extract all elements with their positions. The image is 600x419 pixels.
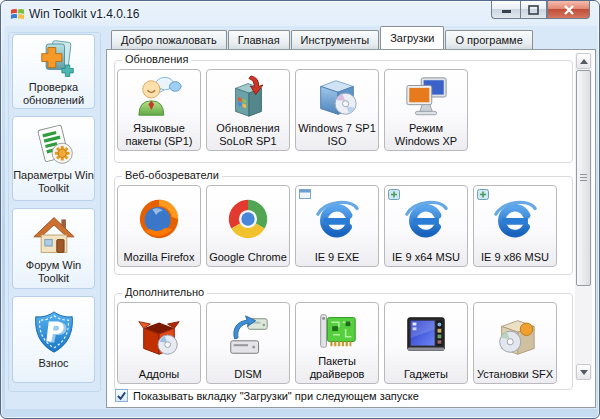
minimize-button[interactable]	[491, 1, 520, 19]
tab-about[interactable]: О программе	[445, 30, 532, 49]
language-packs-icon	[136, 70, 182, 122]
sidebar-button-donate[interactable]: Взнос	[12, 296, 95, 383]
button-win7-sp1-iso[interactable]: Windows 7 SP1 ISO	[295, 69, 379, 151]
addons-box-icon	[136, 303, 182, 368]
close-button[interactable]	[547, 1, 590, 19]
sidebar-button-forum[interactable]: Форум Win Toolkit	[12, 208, 95, 289]
tab-main[interactable]: Главная	[228, 30, 290, 49]
win-toolkit-options-icon	[32, 123, 76, 167]
chrome-icon	[225, 186, 271, 251]
internet-explorer-msu-icon	[492, 186, 538, 251]
maximize-button[interactable]	[520, 1, 547, 19]
sidebar-button-win-toolkit-options[interactable]: Параметры Win Toolkit	[12, 116, 95, 201]
sidebar-button-label: Форум Win Toolkit	[13, 259, 94, 284]
sfx-installs-icon	[492, 303, 538, 368]
internet-explorer-exe-icon	[314, 186, 360, 251]
scroll-down-button[interactable]	[576, 364, 591, 380]
sidebar: Проверка обновлений	[8, 32, 101, 392]
show-downloads-tab-checkbox[interactable]	[115, 389, 128, 402]
downloads-tab-page: Обновления	[106, 49, 596, 408]
tab-strip: Добро пожаловать Главная Инструменты Заг…	[106, 27, 533, 49]
window-controls	[491, 1, 590, 19]
arrow-up-icon	[580, 59, 588, 64]
windows-flag-icon	[10, 6, 25, 21]
group-updates: Обновления	[114, 60, 573, 163]
scrollbar-thumb[interactable]	[576, 70, 591, 286]
scrollbar-grip-icon	[580, 174, 587, 183]
sidebar-button-label: Взнос	[38, 357, 68, 370]
vertical-scrollbar[interactable]	[575, 53, 592, 380]
update-check-icon	[33, 37, 75, 79]
scroll-up-button[interactable]	[576, 53, 591, 69]
msu-update-badge-icon	[388, 189, 400, 200]
solor-updates-icon	[225, 70, 271, 122]
show-tab-checkbox-row: Показывать вкладку "Загрузки" при следую…	[115, 389, 419, 402]
form-body: Проверка обновлений	[5, 26, 597, 409]
button-google-chrome[interactable]: Google Chrome	[206, 185, 290, 267]
button-dism[interactable]: DISM	[206, 302, 290, 384]
tab-welcome[interactable]: Добро пожаловать	[111, 30, 227, 49]
button-language-packs[interactable]: Языковые пакеты (SP1)	[117, 69, 201, 151]
group-web-browsers: Веб-обозреватели Mozilla Fi	[114, 176, 573, 275]
tab-tools[interactable]: Инструменты	[291, 30, 380, 49]
group-additional: Дополнительно	[114, 293, 573, 390]
button-ie9-exe[interactable]: IE 9 EXE	[295, 185, 379, 267]
group-title: Обновления	[122, 53, 191, 65]
checkbox-label: Показывать вкладку "Загрузки" при следую…	[133, 390, 419, 402]
group-title: Дополнительно	[122, 286, 207, 298]
msu-update-badge-icon	[477, 189, 489, 200]
exe-window-badge-icon	[299, 189, 311, 199]
button-addons[interactable]: Аддоны	[117, 302, 201, 384]
arrow-down-icon	[580, 370, 588, 375]
button-gadgets[interactable]: Гаджеты	[384, 302, 468, 384]
button-mozilla-firefox[interactable]: Mozilla Firefox	[117, 185, 201, 267]
windows-xp-mode-icon	[403, 70, 449, 122]
paypal-donate-icon	[31, 309, 77, 355]
driver-packs-icon	[314, 303, 360, 355]
sidebar-button-check-updates[interactable]: Проверка обновлений	[12, 34, 95, 109]
button-ie9-x86-msu[interactable]: IE 9 x86 MSU	[473, 185, 557, 267]
button-solor-updates[interactable]: Обновления SoLoR SP1	[206, 69, 290, 151]
tab-downloads[interactable]: Загрузки	[380, 26, 444, 49]
button-ie9-x64-msu[interactable]: IE 9 x64 MSU	[384, 185, 468, 267]
group-title: Веб-обозреватели	[122, 169, 222, 181]
internet-explorer-msu-icon	[403, 186, 449, 251]
forum-home-icon	[32, 213, 76, 257]
sidebar-button-label: Параметры Win Toolkit	[13, 169, 94, 194]
button-windows-xp-mode[interactable]: Режим Windows XP	[384, 69, 468, 151]
button-sfx-installs[interactable]: Установки SFX	[473, 302, 557, 384]
gadgets-icon	[403, 303, 449, 368]
sidebar-button-label: Проверка обновлений	[13, 81, 94, 106]
titlebar[interactable]: Win Toolkit v1.4.0.16	[1, 1, 599, 26]
firefox-icon	[136, 186, 182, 251]
dism-drives-icon	[225, 303, 271, 368]
windows7-iso-icon	[314, 70, 360, 122]
window-title: Win Toolkit v1.4.0.16	[29, 7, 140, 21]
button-driver-packs[interactable]: Пакеты драйверов	[295, 302, 379, 384]
app-window: Win Toolkit v1.4.0.16	[0, 0, 600, 419]
checkmark-icon	[116, 391, 127, 401]
